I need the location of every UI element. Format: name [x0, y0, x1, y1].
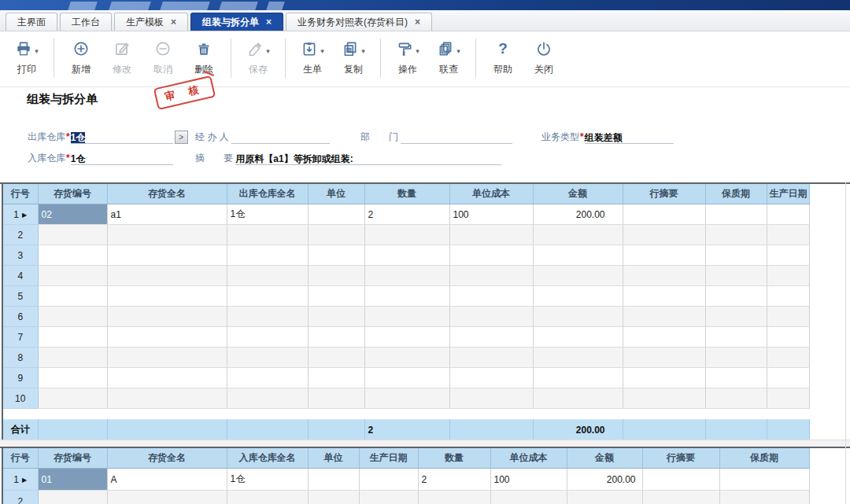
cell[interactable] — [533, 368, 623, 388]
row-number[interactable]: 8 — [3, 348, 38, 368]
cell[interactable]: 01 — [38, 469, 107, 491]
cell[interactable] — [308, 491, 359, 504]
department-input[interactable] — [401, 131, 512, 144]
cell[interactable] — [359, 469, 418, 491]
cell[interactable] — [308, 327, 364, 348]
tab-close-icon[interactable]: × — [415, 17, 420, 27]
dropdown-caret-icon[interactable]: ▾ — [35, 47, 39, 55]
cell[interactable] — [308, 204, 364, 225]
add-button[interactable]: 新增 — [61, 37, 102, 76]
row-number[interactable]: 6 — [3, 307, 38, 327]
cell[interactable] — [623, 286, 705, 307]
column-header-2[interactable]: 存货全名 — [107, 184, 227, 204]
cell[interactable] — [449, 348, 533, 368]
column-header-1[interactable]: 存货编号 — [38, 184, 107, 204]
column-header-1[interactable]: 存货编号 — [38, 448, 107, 469]
cell[interactable] — [623, 245, 705, 266]
row-number[interactable]: 1▶ — [3, 204, 38, 225]
cell[interactable] — [623, 204, 705, 225]
help-button[interactable]: ?帮助 — [482, 37, 523, 76]
cell[interactable] — [38, 286, 107, 307]
dropdown-caret-icon[interactable]: ▾ — [416, 47, 419, 55]
cell[interactable] — [308, 266, 364, 286]
cell[interactable] — [767, 348, 809, 368]
column-header-7[interactable]: 金额 — [533, 184, 623, 204]
cell[interactable] — [705, 388, 767, 409]
cell[interactable] — [705, 307, 767, 327]
cell[interactable] — [308, 307, 364, 327]
cell[interactable]: 100 — [449, 204, 533, 225]
cell[interactable]: 2 — [418, 469, 490, 491]
column-header-3[interactable]: 入库仓库全名 — [227, 448, 308, 469]
column-header-4[interactable]: 单位 — [308, 448, 359, 469]
cell[interactable] — [107, 245, 227, 266]
row-number[interactable]: 10 — [3, 388, 38, 409]
horizontal-scrollbar[interactable] — [0, 440, 850, 447]
cell[interactable] — [359, 491, 418, 504]
cell[interactable] — [418, 491, 490, 504]
cell[interactable] — [623, 368, 705, 388]
tab-0[interactable]: 主界面 — [6, 13, 57, 31]
cell[interactable] — [449, 307, 533, 327]
cell[interactable] — [227, 266, 308, 286]
cell[interactable] — [533, 266, 623, 286]
cell[interactable]: 1仓 — [227, 204, 308, 225]
column-header-6[interactable]: 数量 — [418, 448, 490, 469]
row-number[interactable]: 7 — [3, 327, 38, 348]
cell[interactable] — [227, 348, 308, 368]
row-number[interactable]: 4 — [3, 266, 38, 286]
cell[interactable] — [364, 307, 449, 327]
cell[interactable] — [705, 327, 767, 348]
cell[interactable] — [227, 327, 308, 348]
tab-3[interactable]: 组装与拆分单× — [190, 13, 283, 31]
cell[interactable] — [107, 368, 227, 388]
cell[interactable] — [567, 491, 642, 504]
cell[interactable]: 2 — [364, 204, 449, 225]
cell[interactable] — [227, 286, 308, 307]
cell[interactable] — [705, 348, 767, 368]
dropdown-caret-icon[interactable]: ▾ — [361, 47, 365, 55]
cell[interactable] — [533, 307, 623, 327]
cell[interactable] — [308, 245, 364, 266]
column-header-8[interactable]: 行摘要 — [623, 184, 705, 204]
cell[interactable] — [38, 266, 107, 286]
cell[interactable] — [449, 327, 533, 348]
cell[interactable] — [364, 327, 449, 348]
out-warehouse-input[interactable]: 1仓 — [71, 131, 173, 144]
cell[interactable] — [38, 491, 107, 504]
column-header-10[interactable]: 生产日期 — [767, 184, 809, 204]
tab-2[interactable]: 生产模板× — [114, 13, 188, 31]
cell[interactable] — [227, 388, 308, 409]
cell[interactable] — [308, 469, 359, 491]
cell[interactable] — [767, 245, 809, 266]
cell[interactable] — [107, 348, 227, 368]
cell[interactable] — [107, 388, 227, 409]
in-warehouse-input[interactable]: 1仓 — [71, 153, 173, 165]
cell[interactable] — [308, 388, 364, 409]
cell[interactable] — [107, 327, 227, 348]
cell[interactable] — [623, 348, 705, 368]
cell[interactable] — [449, 368, 533, 388]
copy-button[interactable]: ▾复制 — [333, 37, 374, 76]
column-header-0[interactable]: 行号 — [3, 448, 38, 469]
cell[interactable] — [533, 245, 623, 266]
cell[interactable] — [38, 245, 107, 266]
cell[interactable] — [364, 368, 449, 388]
cell[interactable] — [767, 327, 809, 348]
cell[interactable] — [490, 491, 567, 504]
cell[interactable] — [38, 225, 107, 245]
cell[interactable] — [449, 245, 533, 266]
cell[interactable] — [623, 327, 705, 348]
cell[interactable] — [533, 286, 623, 307]
cell[interactable] — [364, 245, 449, 266]
cell[interactable] — [308, 348, 364, 368]
business-type-input[interactable]: 组装差额 — [585, 131, 674, 144]
cell[interactable] — [719, 469, 809, 491]
cell[interactable] — [533, 348, 623, 368]
cell[interactable] — [767, 388, 809, 409]
cell[interactable] — [642, 491, 719, 504]
tab-close-icon[interactable]: × — [266, 17, 272, 27]
cell[interactable] — [308, 286, 364, 307]
cell[interactable] — [642, 469, 719, 491]
cell[interactable] — [767, 368, 809, 388]
